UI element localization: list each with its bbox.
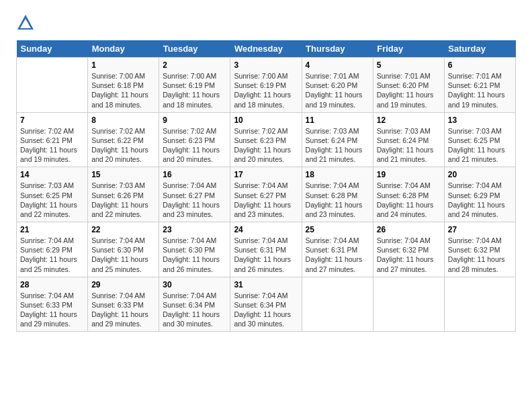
day-info: Sunrise: 7:02 AM Sunset: 6:21 PM Dayligh… — [20, 126, 84, 165]
week-row-1: 1Sunrise: 7:00 AM Sunset: 6:18 PM Daylig… — [17, 58, 516, 113]
day-number: 19 — [377, 170, 441, 179]
header-cell-tuesday: Tuesday — [159, 40, 230, 58]
day-cell — [444, 277, 515, 332]
day-cell: 20Sunrise: 7:04 AM Sunset: 6:29 PM Dayli… — [444, 167, 515, 222]
day-number: 7 — [20, 116, 84, 125]
week-row-5: 28Sunrise: 7:04 AM Sunset: 6:33 PM Dayli… — [17, 277, 516, 332]
day-info: Sunrise: 7:04 AM Sunset: 6:27 PM Dayligh… — [163, 181, 226, 219]
day-info: Sunrise: 7:04 AM Sunset: 6:30 PM Dayligh… — [163, 236, 226, 274]
header-row: SundayMondayTuesdayWednesdayThursdayFrid… — [17, 40, 516, 58]
header-cell-monday: Monday — [88, 40, 159, 58]
day-info: Sunrise: 7:04 AM Sunset: 6:29 PM Dayligh… — [448, 181, 512, 219]
day-info: Sunrise: 7:02 AM Sunset: 6:22 PM Dayligh… — [91, 126, 155, 165]
day-number: 10 — [234, 116, 298, 125]
day-cell: 13Sunrise: 7:03 AM Sunset: 6:25 PM Dayli… — [444, 112, 515, 167]
day-info: Sunrise: 7:04 AM Sunset: 6:34 PM Dayligh… — [163, 291, 226, 329]
day-number: 16 — [163, 170, 226, 179]
day-number: 14 — [20, 170, 84, 179]
day-number: 3 — [234, 60, 298, 70]
day-number: 31 — [234, 280, 298, 289]
day-number: 23 — [163, 225, 226, 234]
header — [16, 13, 516, 32]
day-info: Sunrise: 7:04 AM Sunset: 6:33 PM Dayligh… — [20, 291, 84, 329]
day-cell: 16Sunrise: 7:04 AM Sunset: 6:27 PM Dayli… — [159, 167, 230, 222]
day-info: Sunrise: 7:04 AM Sunset: 6:34 PM Dayligh… — [234, 291, 298, 329]
day-info: Sunrise: 7:04 AM Sunset: 6:28 PM Dayligh… — [377, 181, 441, 219]
day-cell: 25Sunrise: 7:04 AM Sunset: 6:31 PM Dayli… — [302, 222, 373, 277]
day-cell: 17Sunrise: 7:04 AM Sunset: 6:27 PM Dayli… — [230, 167, 302, 222]
day-info: Sunrise: 7:01 AM Sunset: 6:20 PM Dayligh… — [306, 71, 369, 109]
day-number: 20 — [448, 170, 512, 179]
day-number: 21 — [20, 225, 84, 234]
week-row-4: 21Sunrise: 7:04 AM Sunset: 6:29 PM Dayli… — [17, 222, 516, 277]
day-info: Sunrise: 7:04 AM Sunset: 6:27 PM Dayligh… — [234, 181, 298, 219]
day-info: Sunrise: 7:03 AM Sunset: 6:25 PM Dayligh… — [448, 126, 512, 165]
day-cell: 3Sunrise: 7:00 AM Sunset: 6:19 PM Daylig… — [230, 58, 302, 113]
day-cell: 1Sunrise: 7:00 AM Sunset: 6:18 PM Daylig… — [88, 58, 159, 113]
day-cell: 27Sunrise: 7:04 AM Sunset: 6:32 PM Dayli… — [444, 222, 515, 277]
day-cell: 11Sunrise: 7:03 AM Sunset: 6:24 PM Dayli… — [302, 112, 373, 167]
day-number: 12 — [377, 116, 441, 125]
day-cell: 7Sunrise: 7:02 AM Sunset: 6:21 PM Daylig… — [17, 112, 88, 167]
day-number: 30 — [163, 280, 226, 289]
day-number: 24 — [234, 225, 298, 234]
day-number: 13 — [448, 116, 512, 125]
day-cell: 23Sunrise: 7:04 AM Sunset: 6:30 PM Dayli… — [159, 222, 230, 277]
day-cell — [373, 277, 444, 332]
day-number: 2 — [163, 60, 226, 70]
week-row-2: 7Sunrise: 7:02 AM Sunset: 6:21 PM Daylig… — [17, 112, 516, 167]
day-info: Sunrise: 7:04 AM Sunset: 6:32 PM Dayligh… — [377, 236, 441, 274]
day-number: 4 — [306, 60, 369, 70]
day-cell: 14Sunrise: 7:03 AM Sunset: 6:25 PM Dayli… — [17, 167, 88, 222]
day-number: 26 — [377, 225, 441, 234]
day-info: Sunrise: 7:02 AM Sunset: 6:23 PM Dayligh… — [234, 126, 298, 165]
day-info: Sunrise: 7:04 AM Sunset: 6:32 PM Dayligh… — [448, 236, 512, 274]
day-info: Sunrise: 7:01 AM Sunset: 6:21 PM Dayligh… — [448, 71, 512, 109]
day-cell: 4Sunrise: 7:01 AM Sunset: 6:20 PM Daylig… — [302, 58, 373, 113]
day-info: Sunrise: 7:01 AM Sunset: 6:20 PM Dayligh… — [377, 71, 441, 109]
day-number: 29 — [91, 280, 155, 289]
day-number: 1 — [91, 60, 155, 70]
calendar-table: SundayMondayTuesdayWednesdayThursdayFrid… — [16, 40, 516, 332]
day-info: Sunrise: 7:04 AM Sunset: 6:29 PM Dayligh… — [20, 236, 84, 274]
logo-icon — [16, 13, 35, 32]
day-number: 5 — [377, 60, 441, 70]
header-cell-thursday: Thursday — [302, 40, 373, 58]
day-number: 22 — [91, 225, 155, 234]
day-info: Sunrise: 7:03 AM Sunset: 6:24 PM Dayligh… — [377, 126, 441, 165]
week-row-3: 14Sunrise: 7:03 AM Sunset: 6:25 PM Dayli… — [17, 167, 516, 222]
day-cell: 30Sunrise: 7:04 AM Sunset: 6:34 PM Dayli… — [159, 277, 230, 332]
day-cell: 24Sunrise: 7:04 AM Sunset: 6:31 PM Dayli… — [230, 222, 302, 277]
logo — [16, 13, 38, 32]
day-cell: 21Sunrise: 7:04 AM Sunset: 6:29 PM Dayli… — [17, 222, 88, 277]
day-number: 28 — [20, 280, 84, 289]
day-cell — [17, 58, 88, 113]
header-cell-saturday: Saturday — [444, 40, 515, 58]
day-number: 6 — [448, 60, 512, 70]
day-number: 11 — [306, 116, 369, 125]
day-info: Sunrise: 7:04 AM Sunset: 6:30 PM Dayligh… — [91, 236, 155, 274]
day-cell: 10Sunrise: 7:02 AM Sunset: 6:23 PM Dayli… — [230, 112, 302, 167]
day-number: 17 — [234, 170, 298, 179]
header-cell-wednesday: Wednesday — [230, 40, 302, 58]
day-cell: 28Sunrise: 7:04 AM Sunset: 6:33 PM Dayli… — [17, 277, 88, 332]
day-cell: 15Sunrise: 7:03 AM Sunset: 6:26 PM Dayli… — [88, 167, 159, 222]
day-cell: 26Sunrise: 7:04 AM Sunset: 6:32 PM Dayli… — [373, 222, 444, 277]
day-cell: 19Sunrise: 7:04 AM Sunset: 6:28 PM Dayli… — [373, 167, 444, 222]
day-info: Sunrise: 7:04 AM Sunset: 6:28 PM Dayligh… — [306, 181, 369, 219]
day-cell — [302, 277, 373, 332]
day-cell: 5Sunrise: 7:01 AM Sunset: 6:20 PM Daylig… — [373, 58, 444, 113]
day-info: Sunrise: 7:03 AM Sunset: 6:26 PM Dayligh… — [91, 181, 155, 219]
day-info: Sunrise: 7:00 AM Sunset: 6:18 PM Dayligh… — [91, 71, 155, 109]
day-cell: 6Sunrise: 7:01 AM Sunset: 6:21 PM Daylig… — [444, 58, 515, 113]
header-cell-friday: Friday — [373, 40, 444, 58]
day-cell: 2Sunrise: 7:00 AM Sunset: 6:19 PM Daylig… — [159, 58, 230, 113]
day-info: Sunrise: 7:00 AM Sunset: 6:19 PM Dayligh… — [163, 71, 226, 109]
page: SundayMondayTuesdayWednesdayThursdayFrid… — [0, 0, 532, 342]
day-cell: 8Sunrise: 7:02 AM Sunset: 6:22 PM Daylig… — [88, 112, 159, 167]
day-number: 15 — [91, 170, 155, 179]
day-info: Sunrise: 7:03 AM Sunset: 6:24 PM Dayligh… — [306, 126, 369, 165]
day-cell: 18Sunrise: 7:04 AM Sunset: 6:28 PM Dayli… — [302, 167, 373, 222]
day-cell: 29Sunrise: 7:04 AM Sunset: 6:33 PM Dayli… — [88, 277, 159, 332]
day-info: Sunrise: 7:03 AM Sunset: 6:25 PM Dayligh… — [20, 181, 84, 219]
